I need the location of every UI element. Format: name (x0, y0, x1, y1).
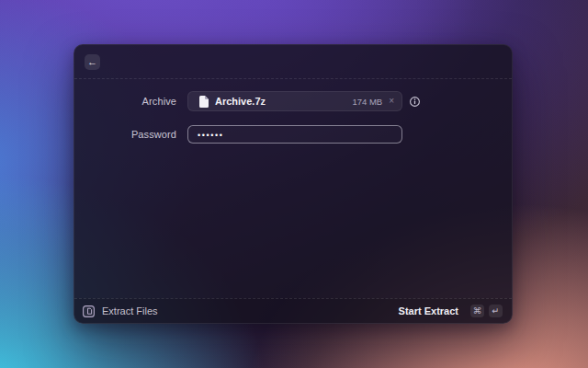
info-icon[interactable] (410, 97, 420, 107)
footer-bar: Extract Files Start Extract ⌘ ↵ (74, 298, 512, 323)
archive-file-chip[interactable]: Archive.7z 174 MB × (187, 91, 402, 111)
command-key-icon: ⌘ (470, 305, 484, 317)
password-input[interactable]: •••••• (187, 125, 402, 144)
archive-label: Archive (74, 96, 176, 107)
password-label: Password (74, 129, 176, 140)
document-icon (199, 96, 209, 108)
return-key-icon: ↵ (489, 305, 503, 317)
remove-file-icon[interactable]: × (389, 97, 394, 106)
password-dots: •••••• (198, 131, 224, 139)
app-icon (83, 305, 95, 317)
back-arrow-icon: ← (87, 54, 97, 69)
password-row: Password •••••• (74, 125, 512, 144)
archive-row: Archive Archive.7z 174 MB × (74, 91, 512, 111)
desktop-background: { "window": { "header": { "back_icon": "… (0, 0, 588, 368)
extract-window: ← Archive Archive.7z 174 MB × Password (74, 44, 513, 324)
archive-filesize: 174 MB (352, 97, 382, 107)
archive-filename: Archive.7z (215, 96, 266, 107)
footer-mode-label: Extract Files (102, 305, 158, 316)
start-extract-button[interactable]: Start Extract (399, 305, 458, 316)
window-header: ← (74, 45, 512, 79)
back-button[interactable]: ← (85, 54, 100, 70)
